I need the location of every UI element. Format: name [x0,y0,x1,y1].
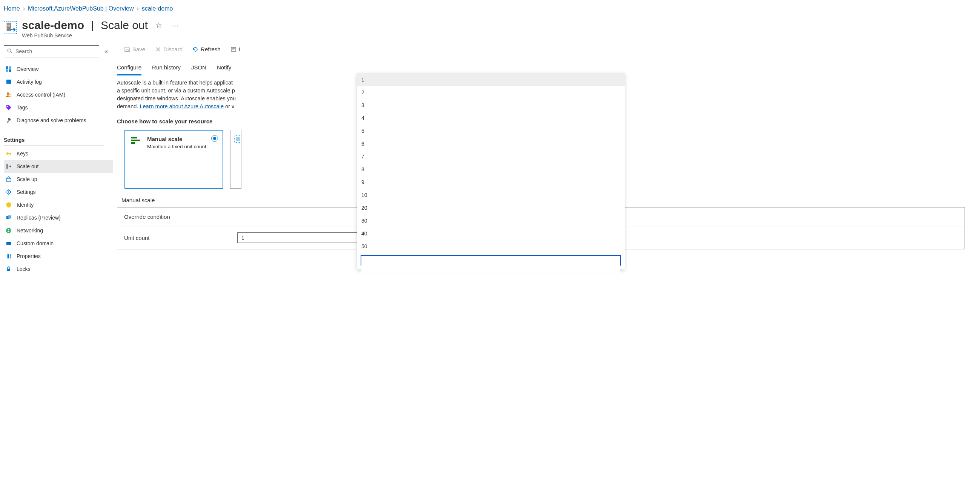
dropdown-option[interactable]: 30 [357,214,625,227]
svg-rect-39 [126,50,128,51]
discard-button[interactable]: Discard [154,45,184,53]
dropdown-filter[interactable] [361,255,621,266]
sidebar-item-settings[interactable]: Settings [4,186,113,199]
scale-out-icon [5,163,12,170]
manual-scale-card[interactable]: Manual scale Maintain a fixed unit count [124,130,223,189]
svg-rect-7 [9,67,11,68]
svg-rect-34 [6,242,11,243]
sidebar-item-label: Scale up [17,176,37,182]
tab-run-history[interactable]: Run history [152,61,181,75]
custom-autoscale-card[interactable] [230,130,242,189]
svg-rect-20 [6,164,8,169]
page-header: scale-demo | Scale out ☆ ··· Web PubSub … [0,16,980,45]
learn-more-link[interactable]: Learn more about Azure Autoscale [140,103,223,110]
sidebar-item-label: Activity log [17,79,42,85]
logs-button[interactable]: L [229,45,243,53]
breadcrumb-current[interactable]: scale-demo [142,5,173,12]
identity-icon [5,202,12,208]
breadcrumb: Home › Microsoft.AzureWebPubSub | Overvi… [0,0,980,16]
sidebar-item-iam[interactable]: Access control (IAM) [4,88,113,101]
toolbar: Save Discard Refresh L [117,45,965,58]
network-icon [5,227,12,234]
sidebar-item-diagnose[interactable]: Diagnose and solve problems [4,114,113,127]
wrench-icon [5,117,12,124]
dropdown-option[interactable]: 1 [357,73,625,86]
sidebar-item-label: Diagnose and solve problems [17,117,86,123]
sidebar-item-label: Networking [17,227,43,234]
sidebar-item-scale-up[interactable]: Scale up [4,173,113,186]
dropdown-option[interactable]: 3 [357,99,625,112]
svg-rect-37 [10,254,11,258]
card-title: Manual scale [147,136,206,142]
dropdown-option[interactable]: 4 [357,112,625,124]
gear-icon [5,189,12,196]
dropdown-option[interactable]: 5 [357,124,625,137]
more-menu-icon[interactable]: ··· [170,21,181,30]
dropdown-option[interactable]: 6 [357,137,625,150]
tab-configure[interactable]: Configure [117,61,142,75]
svg-point-4 [8,49,11,52]
resource-type-label: Web PubSub Service [22,32,181,38]
page-section: Scale out [101,19,148,32]
sidebar-item-label: Custom domain [17,240,54,247]
svg-point-23 [8,191,10,193]
sidebar-item-label: Locks [17,266,30,272]
dropdown-option[interactable]: 7 [357,150,625,163]
search-input[interactable] [15,48,96,55]
svg-rect-38 [7,269,10,271]
sidebar-item-custom-domain[interactable]: Custom domain [4,237,113,250]
dropdown-filter-input[interactable] [361,264,620,273]
svg-rect-36 [8,254,9,258]
overview-icon [5,66,12,72]
tabs: Configure Run history JSON Notify [117,58,965,75]
dropdown-option[interactable]: 9 [357,176,625,189]
lock-icon [5,266,12,272]
sidebar-group-settings: Settings [4,132,104,146]
sidebar-item-networking[interactable]: Networking [4,224,113,237]
sidebar-item-locks[interactable]: Locks [4,262,113,275]
sidebar-item-overview[interactable]: Overview [4,63,113,75]
svg-rect-21 [6,178,11,181]
svg-rect-1 [8,24,11,24]
dropdown-option[interactable]: 20 [357,202,625,214]
svg-point-16 [7,106,8,107]
sidebar-item-properties[interactable]: Properties [4,250,113,262]
autoscale-icon [234,135,242,145]
sidebar-item-activity-log[interactable]: Activity log [4,75,113,88]
svg-rect-6 [6,67,8,68]
sidebar-item-label: Keys [17,151,28,157]
svg-rect-3 [8,26,11,27]
svg-rect-45 [131,137,137,138]
sidebar-search[interactable] [4,45,99,57]
refresh-button[interactable]: Refresh [191,45,222,53]
sidebar-item-label: Replicas (Preview) [17,215,61,221]
svg-line-5 [11,52,12,53]
svg-rect-13 [7,83,9,83]
collapse-sidebar-icon[interactable]: « [103,48,110,55]
radio-selected-icon [211,135,218,142]
save-button[interactable]: Save [123,45,147,53]
dropdown-option[interactable]: 10 [357,189,625,202]
log-icon [5,78,12,85]
dropdown-option[interactable]: 50 [357,240,625,253]
sidebar-item-keys[interactable]: Keys [4,147,113,160]
key-icon [5,150,12,157]
breadcrumb-home[interactable]: Home [4,5,20,12]
sidebar-item-replicas[interactable]: Replicas (Preview) [4,211,113,224]
sidebar-item-label: Tags [17,105,28,111]
unit-count-label: Unit count [124,235,237,241]
close-icon [155,46,161,52]
sidebar-item-identity[interactable]: Identity [4,199,113,211]
breadcrumb-parent[interactable]: Microsoft.AzureWebPubSub | Overview [28,5,134,12]
sidebar-item-tags[interactable]: Tags [4,101,113,114]
logs-icon [231,46,237,52]
tab-notify[interactable]: Notify [217,61,231,75]
sidebar-item-scale-out[interactable]: Scale out [4,160,113,173]
tab-json[interactable]: JSON [191,61,206,75]
dropdown-option[interactable]: 40 [357,227,625,240]
dropdown-option[interactable]: 2 [357,86,625,99]
properties-icon [5,253,12,259]
scale-up-icon [5,176,12,183]
favorite-star-icon[interactable]: ☆ [153,20,164,30]
dropdown-option[interactable]: 8 [357,163,625,176]
